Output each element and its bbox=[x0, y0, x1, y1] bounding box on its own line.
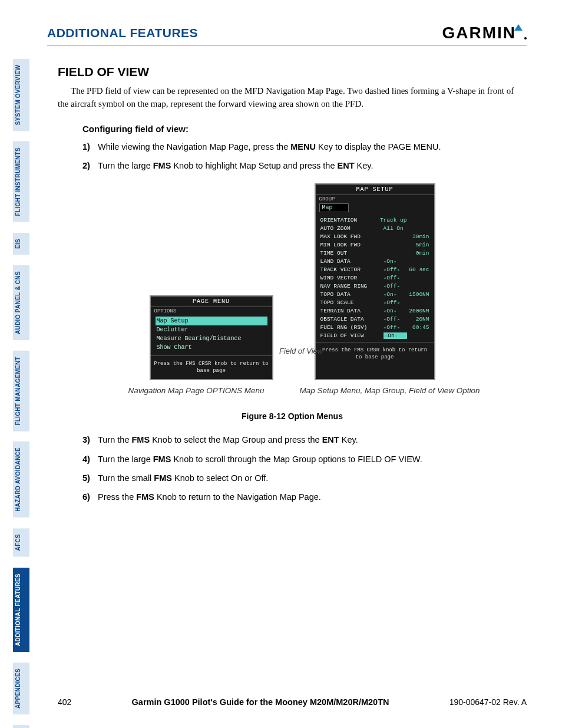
page-menu-panel: PAGE MENU OPTIONS Map SetupDeclutterMeas… bbox=[150, 295, 273, 380]
caption-left: Navigation Map Page OPTIONS Menu bbox=[128, 386, 264, 395]
tab-flight-instruments[interactable]: FLIGHT INSTRUMENTS bbox=[13, 141, 29, 222]
setup-row[interactable]: AUTO ZOOMAll On bbox=[320, 224, 429, 232]
setup-row[interactable]: WIND VECTOROff bbox=[320, 274, 429, 282]
tab-afcs[interactable]: AFCS bbox=[13, 528, 29, 556]
setup-value2: 0min bbox=[407, 250, 429, 256]
page-menu-group: OPTIONS bbox=[151, 307, 272, 314]
setup-value: Off bbox=[384, 324, 407, 331]
setup-row[interactable]: TIME OUT0min bbox=[320, 249, 429, 257]
setup-row[interactable]: TRACK VECTOROff60 sec bbox=[320, 265, 429, 274]
setup-label: ORIENTATION bbox=[320, 217, 380, 223]
figure-captions: Navigation Map Page OPTIONS Menu Map Set… bbox=[58, 386, 527, 395]
setup-value2: 60 sec bbox=[407, 266, 429, 273]
field-of-view-callout: Field of View bbox=[279, 347, 323, 355]
step-text: Turn the small FMS Knob to select On or … bbox=[98, 472, 268, 484]
menu-option[interactable]: Declutter bbox=[156, 325, 267, 334]
setup-row[interactable]: TERRAIN DATAOn2000NM bbox=[320, 307, 429, 315]
setup-label: MIN LOOK FWD bbox=[320, 242, 384, 248]
page-number: 402 bbox=[58, 697, 71, 707]
setup-value: Off bbox=[384, 283, 407, 289]
setup-label: TOPO DATA bbox=[320, 291, 384, 298]
procedure-title: Configuring field of view: bbox=[82, 124, 527, 134]
page-header: ADDITIONAL FEATURES GARMIN bbox=[47, 24, 527, 45]
map-setup-group-label: GROUP bbox=[316, 195, 434, 202]
setup-label: AUTO ZOOM bbox=[320, 225, 384, 232]
map-setup-rows: ORIENTATIONTrack upAUTO ZOOMAll On MAX L… bbox=[316, 216, 434, 342]
setup-value2: 30min bbox=[407, 233, 429, 240]
setup-row[interactable]: LAND DATAOn bbox=[320, 257, 429, 265]
step: 3)Turn the FMS Knob to select the Map Gr… bbox=[82, 434, 527, 446]
section-body: The PFD field of view can be represented… bbox=[58, 85, 527, 111]
logo-dot-icon bbox=[524, 37, 527, 39]
setup-value: On bbox=[384, 291, 407, 298]
tab-system-overview[interactable]: SYSTEM OVERVIEW bbox=[13, 59, 29, 131]
step-text: While viewing the Navigation Map Page, p… bbox=[98, 141, 441, 153]
step-number: 5) bbox=[82, 472, 98, 484]
footer-title: Garmin G1000 Pilot's Guide for the Moone… bbox=[132, 697, 389, 707]
setup-value2: 00:45 bbox=[407, 324, 429, 331]
map-setup-group-dropdown[interactable]: Map bbox=[319, 203, 349, 212]
setup-row[interactable]: OBSTACLE DATAOff20NM bbox=[320, 315, 429, 323]
setup-label: TIME OUT bbox=[320, 250, 384, 256]
setup-row[interactable]: ORIENTATIONTrack up bbox=[320, 216, 429, 224]
figure-title: Figure 8-12 Option Menus bbox=[58, 411, 527, 421]
setup-value: On bbox=[384, 308, 407, 314]
setup-row[interactable]: MIN LOOK FWD5min bbox=[320, 241, 429, 249]
setup-value2: 20NM bbox=[407, 316, 429, 322]
page-menu-items: Map SetupDeclutterMeasure Bearing/Distan… bbox=[151, 314, 272, 355]
setup-row[interactable]: MAX LOOK FWD30min bbox=[320, 232, 429, 241]
setup-value: Off bbox=[384, 316, 407, 322]
menu-option[interactable]: Map Setup bbox=[156, 317, 267, 325]
step-number: 1) bbox=[82, 141, 98, 153]
setup-label: LAND DATA bbox=[320, 258, 384, 265]
setup-value2: 2000NM bbox=[407, 308, 429, 314]
step: 2)Turn the large FMS Knob to highlight M… bbox=[82, 160, 527, 172]
step-number: 6) bbox=[82, 491, 98, 503]
setup-value: All On bbox=[384, 225, 407, 232]
step-number: 3) bbox=[82, 434, 98, 446]
setup-value: Track up bbox=[380, 217, 407, 223]
setup-row[interactable]: NAV RANGE RINGOff bbox=[320, 282, 429, 290]
step-text: Turn the large FMS Knob to scroll throug… bbox=[98, 453, 422, 465]
setup-row[interactable]: FUEL RNG (RSV)Off00:45 bbox=[320, 323, 429, 331]
setup-label: TOPO SCALE bbox=[320, 299, 384, 306]
tab-hazard-avoidance[interactable]: HAZARD AVOIDANCE bbox=[13, 442, 29, 518]
steps-group-b: 3)Turn the FMS Knob to select the Map Gr… bbox=[82, 434, 527, 503]
step: 6)Press the FMS Knob to return to the Na… bbox=[82, 491, 527, 503]
step: 4)Turn the large FMS Knob to scroll thro… bbox=[82, 453, 527, 465]
menu-option[interactable]: Measure Bearing/Distance bbox=[156, 334, 267, 343]
tab-index[interactable]: INDEX bbox=[13, 725, 29, 728]
setup-label: NAV RANGE RING bbox=[320, 283, 384, 289]
setup-value2: 5min bbox=[407, 242, 429, 248]
logo-triangle-icon bbox=[514, 24, 523, 31]
setup-value: Off bbox=[384, 299, 407, 306]
page-footer: 402 Garmin G1000 Pilot's Guide for the M… bbox=[58, 697, 527, 707]
setup-row[interactable]: TOPO SCALEOff bbox=[320, 298, 429, 307]
tab-appendices[interactable]: APPENDICES bbox=[13, 663, 29, 714]
tab-audio-panel[interactable]: AUDIO PANEL & CNS bbox=[13, 265, 29, 340]
step-text: Turn the FMS Knob to select the Map Grou… bbox=[98, 434, 358, 446]
step-text: Turn the large FMS Knob to highlight Map… bbox=[98, 160, 373, 172]
setup-label: TRACK VECTOR bbox=[320, 266, 384, 273]
setup-label: MAX LOOK FWD bbox=[320, 233, 384, 240]
page-menu-footer: Press the FMS CRSR knob to return to bas… bbox=[151, 355, 272, 379]
setup-row[interactable]: TOPO DATAOn1500NM bbox=[320, 290, 429, 298]
setup-label: FUEL RNG (RSV) bbox=[320, 324, 384, 331]
steps-group-a: 1)While viewing the Navigation Map Page,… bbox=[82, 141, 527, 172]
content-area: FIELD OF VIEW The PFD field of view can … bbox=[58, 65, 527, 510]
setup-label: FIELD OF VIEW bbox=[320, 332, 384, 339]
tab-eis[interactable]: EIS bbox=[13, 233, 29, 255]
tab-flight-management[interactable]: FLIGHT MANAGEMENT bbox=[13, 351, 29, 431]
menu-option[interactable]: Show Chart bbox=[156, 343, 267, 352]
setup-label: WIND VECTOR bbox=[320, 275, 384, 281]
tab-additional-features[interactable]: ADDITIONAL FEATURES bbox=[13, 568, 29, 652]
setup-value: On bbox=[384, 332, 407, 339]
setup-label: OBSTACLE DATA bbox=[320, 316, 384, 322]
step-number: 4) bbox=[82, 453, 98, 465]
step: 5)Turn the small FMS Knob to select On o… bbox=[82, 472, 527, 484]
setup-value: Off bbox=[384, 266, 407, 273]
caption-right: Map Setup Menu, Map Group, Field of View… bbox=[300, 386, 480, 395]
step-text: Press the FMS Knob to return to the Navi… bbox=[98, 491, 321, 503]
setup-row[interactable]: FIELD OF VIEWOn bbox=[320, 331, 429, 340]
setup-value: Off bbox=[384, 275, 407, 281]
